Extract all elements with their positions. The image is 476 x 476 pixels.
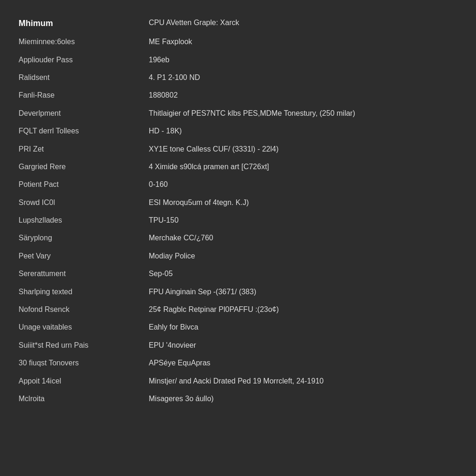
row-label: Gargried Rere	[19, 158, 149, 176]
table-row: Appliouder Pass196eb	[19, 51, 457, 69]
row-label: PRI Zet	[19, 140, 149, 158]
row-value: XY1E tone Calless CUF/ (3331l) - 22l4)	[149, 140, 457, 158]
row-label: Ralidsent	[19, 69, 149, 86]
row-value: EPU '4novieer	[149, 337, 457, 354]
row-label: 30 fiuqst Tonovers	[19, 354, 149, 372]
row-value: ESI Moroqu5um of 4tegn. K.J)	[149, 194, 457, 212]
table-row: DeverlpmentThitlaigier of PES7NTC klbs P…	[19, 105, 457, 122]
row-label: Mclroita	[19, 390, 149, 408]
row-value: 25¢ Ragblc Retpinar Pl0PAFFU :(23o¢)	[149, 301, 457, 318]
row-value: Eahly for Bivca	[149, 318, 457, 336]
table-row: SererattumentSep-05	[19, 265, 457, 283]
row-value: ME Faxplook	[149, 33, 457, 51]
row-value: 4. P1 2-100 ND	[149, 69, 457, 86]
table-row: Potient Pact0-160	[19, 176, 457, 193]
row-label: Fanli-Rase	[19, 86, 149, 104]
row-label: Suiiit*st Red urn Pais	[19, 337, 149, 354]
table-row: Mieminnee:6olesME Faxplook	[19, 33, 457, 51]
row-value: HD - 18K)	[149, 122, 457, 140]
row-value: FPU Ainginain Sep -(3671/ (383)	[149, 283, 457, 301]
row-value: Thitlaigier of PES7NTC klbs PES,MDMe Ton…	[149, 105, 457, 122]
table-row: Suiiit*st Red urn PaisEPU '4novieer	[19, 337, 457, 354]
table-row: SäryplongMerchake CC/¿760	[19, 229, 457, 247]
row-label: Sererattument	[19, 265, 149, 283]
row-value: 1880802	[149, 86, 457, 104]
row-label: Appoit 14icel	[19, 372, 149, 390]
table-row: FQLT derrl TolleesHD - 18K)	[19, 122, 457, 140]
row-value: 4 Ximide s90lcá pramen art [C726xt]	[149, 158, 457, 176]
table-row: Sharlping textedFPU Ainginain Sep -(3671…	[19, 283, 457, 301]
row-label: Mieminnee:6oles	[19, 33, 149, 51]
row-value: Minstjer/ and Aacki Drated Ped 19 Morrcl…	[149, 372, 457, 390]
table-row: Srowd IC0lESI Moroqu5um of 4tegn. K.J)	[19, 194, 457, 212]
table-row: LupshzlladesTPU-150	[19, 212, 457, 229]
row-value: 196eb	[149, 51, 457, 69]
table-row: Appoit 14icelMinstjer/ and Aacki Drated …	[19, 372, 457, 390]
table-row: MclroitaMisageres 3o áullo)	[19, 390, 457, 408]
row-label: Lupshzllades	[19, 212, 149, 229]
row-label: Appliouder Pass	[19, 51, 149, 69]
table-row: Ralidsent4. P1 2-100 ND	[19, 69, 457, 86]
row-value: Merchake CC/¿760	[149, 229, 457, 247]
row-label: Potient Pact	[19, 176, 149, 193]
row-label: Mhimum	[19, 14, 149, 33]
row-value: Sep-05	[149, 265, 457, 283]
row-value: APSéye EquApras	[149, 354, 457, 372]
row-label: Peet Vary	[19, 247, 149, 265]
row-label: Säryplong	[19, 229, 149, 247]
row-value: Misageres 3o áullo)	[149, 390, 457, 408]
info-table: MhimumCPU AVetten Graple: XarckMieminnee…	[19, 14, 457, 408]
row-value: 0-160	[149, 176, 457, 193]
row-label: Sharlping texted	[19, 283, 149, 301]
table-row: Nofond Rsenck25¢ Ragblc Retpinar Pl0PAFF…	[19, 301, 457, 318]
row-label: Unage vaitables	[19, 318, 149, 336]
row-label: Deverlpment	[19, 105, 149, 122]
table-row: Peet VaryModiay Police	[19, 247, 457, 265]
table-row: PRI ZetXY1E tone Calless CUF/ (3331l) - …	[19, 140, 457, 158]
table-row: Gargried Rere4 Ximide s90lcá pramen art …	[19, 158, 457, 176]
table-row: MhimumCPU AVetten Graple: Xarck	[19, 14, 457, 33]
row-value: Modiay Police	[149, 247, 457, 265]
table-row: Fanli-Rase1880802	[19, 86, 457, 104]
row-value: CPU AVetten Graple: Xarck	[149, 14, 457, 33]
row-value: TPU-150	[149, 212, 457, 229]
table-row: 30 fiuqst TonoversAPSéye EquApras	[19, 354, 457, 372]
row-label: FQLT derrl Tollees	[19, 122, 149, 140]
row-label: Srowd IC0l	[19, 194, 149, 212]
row-label: Nofond Rsenck	[19, 301, 149, 318]
table-row: Unage vaitablesEahly for Bivca	[19, 318, 457, 336]
